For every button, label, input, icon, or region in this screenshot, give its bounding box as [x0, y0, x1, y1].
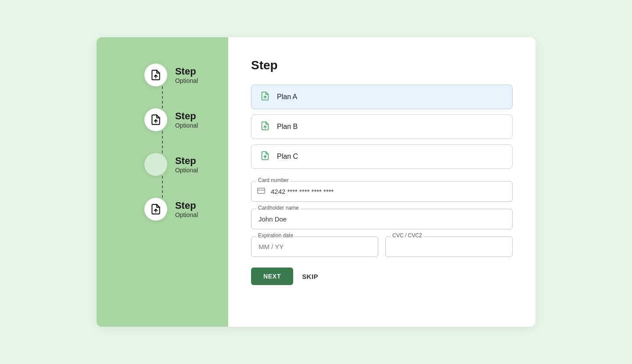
plan-card-b[interactable]: Plan B — [251, 114, 513, 139]
step-item-3: Step Optional — [144, 153, 198, 176]
skip-button[interactable]: SKIP — [302, 273, 318, 280]
step-label-3: Step — [175, 155, 198, 167]
expiry-cvc-row: Expiration date CVC / CVC2 — [251, 236, 513, 264]
next-button[interactable]: NEXT — [251, 268, 293, 285]
main-container: Step Optional Step Optional — [97, 37, 535, 327]
step-item-1: Step Optional — [144, 64, 198, 86]
plan-b-icon — [260, 121, 270, 132]
cardholder-input[interactable] — [251, 209, 513, 229]
plan-a-name: Plan A — [277, 93, 297, 101]
step-sublabel-2: Optional — [175, 122, 198, 129]
credit-card-icon — [257, 187, 265, 196]
action-row: NEXT SKIP — [251, 268, 513, 285]
step-item-4: Step Optional — [144, 198, 198, 221]
content-panel: Step Plan A — [228, 37, 535, 327]
expiration-label: Expiration date — [256, 232, 295, 239]
plan-b-name: Plan B — [277, 123, 298, 131]
cvc-input[interactable] — [385, 236, 513, 257]
doc-upload-icon-4 — [150, 203, 162, 215]
expiration-input[interactable] — [251, 236, 378, 257]
cvc-wrapper: CVC / CVC2 — [385, 236, 513, 257]
cardholder-wrapper: Cardholder name — [251, 209, 513, 229]
payment-form: Card number Cardholder name Expiration d… — [251, 181, 513, 264]
connector-1-2 — [162, 86, 163, 108]
doc-upload-icon-2 — [150, 114, 162, 125]
doc-upload-icon-1 — [150, 69, 162, 81]
step-sublabel-1: Optional — [175, 77, 198, 84]
plan-c-name: Plan C — [277, 153, 298, 161]
connector-3-4 — [162, 176, 163, 198]
step-text-2: Step Optional — [175, 111, 198, 129]
step-sublabel-3: Optional — [175, 167, 198, 174]
step-text-4: Step Optional — [175, 200, 198, 218]
cvc-label: CVC / CVC2 — [391, 232, 424, 239]
step-circle-1 — [144, 64, 167, 86]
steps-list: Step Optional Step Optional — [127, 64, 198, 221]
plan-a-icon — [260, 91, 270, 103]
card-number-label: Card number — [256, 177, 291, 183]
step-label-1: Step — [175, 66, 198, 77]
card-number-wrapper: Card number — [251, 181, 513, 202]
step-item-2: Step Optional — [144, 108, 198, 131]
page-title: Step — [251, 58, 513, 72]
plan-c-icon — [260, 151, 270, 162]
plan-card-a[interactable]: Plan A — [251, 85, 513, 109]
cardholder-label: Cardholder name — [256, 205, 301, 211]
step-sublabel-4: Optional — [175, 211, 198, 218]
step-text-1: Step Optional — [175, 66, 198, 84]
step-label-2: Step — [175, 111, 198, 122]
connector-2-3 — [162, 131, 163, 153]
step-circle-2 — [144, 108, 167, 131]
step-circle-4 — [144, 198, 167, 221]
sidebar: Step Optional Step Optional — [97, 37, 228, 327]
svg-rect-6 — [258, 188, 265, 193]
expiration-wrapper: Expiration date — [251, 236, 378, 257]
step-circle-3 — [144, 153, 167, 176]
card-number-input[interactable] — [251, 181, 513, 202]
step-text-3: Step Optional — [175, 155, 198, 174]
plan-card-c[interactable]: Plan C — [251, 144, 513, 169]
step-label-4: Step — [175, 200, 198, 211]
